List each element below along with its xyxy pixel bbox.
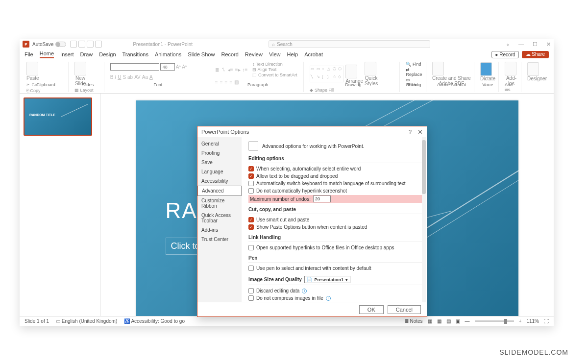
adobe-pdf-icon[interactable] [432, 62, 444, 75]
nav-proofing[interactable]: Proofing [197, 148, 242, 158]
tab-view[interactable]: View [269, 51, 281, 57]
chk-select-word[interactable]: ✓ [248, 166, 254, 171]
language-status[interactable]: ▭ English (United Kingdom) [56, 318, 117, 324]
info-icon[interactable]: i [302, 289, 307, 293]
nav-advanced[interactable]: Advanced [197, 186, 242, 196]
accessibility-status[interactable]: ♿ Accessibility: Good to go [124, 318, 185, 324]
qat-save-icon[interactable] [70, 41, 77, 48]
nav-save[interactable]: Save [197, 158, 242, 167]
tab-home[interactable]: Home [40, 50, 54, 58]
layout-button[interactable]: ▦ Layout [74, 88, 95, 93]
quickstyles-icon[interactable] [365, 62, 376, 75]
scrollbar-thumb[interactable] [422, 140, 426, 194]
zoom-out-button[interactable]: — [465, 318, 470, 324]
slideshow-view-icon[interactable]: ▣ [456, 318, 460, 324]
font-size-select[interactable]: 48 [160, 63, 175, 71]
reading-view-icon[interactable]: ▤ [446, 318, 451, 324]
smartart-button[interactable]: ⬚ Convert to SmartArt [252, 73, 297, 77]
share-button[interactable]: ☁ Share [522, 51, 549, 58]
underline-button[interactable]: U [118, 74, 121, 80]
char-spacing-button[interactable]: AV [134, 74, 141, 80]
tab-slideshow[interactable]: Slide Show [188, 51, 215, 57]
chk-paste-options[interactable]: ✓ [248, 224, 254, 230]
tab-review[interactable]: Review [245, 51, 263, 57]
tab-design[interactable]: Design [99, 51, 116, 57]
align-right-button[interactable]: ≡ [225, 79, 228, 85]
linespacing-button[interactable]: ↕≡ [243, 67, 248, 73]
fit-window-icon[interactable]: ⛶ [544, 318, 549, 324]
help-icon[interactable]: ? [409, 129, 412, 135]
qat-undo-icon[interactable] [78, 41, 85, 48]
bullets-button[interactable]: ≣ [215, 67, 219, 73]
addins-icon[interactable] [505, 62, 516, 75]
tab-animations[interactable]: Animations [155, 51, 181, 57]
qat-start-icon[interactable] [95, 41, 102, 48]
max-undos-spinner[interactable]: 20 [313, 195, 331, 202]
numbering-button[interactable]: ⒈ [221, 66, 226, 73]
minimize-icon[interactable]: — [518, 41, 524, 48]
case-button[interactable]: Aa [142, 74, 148, 80]
search-box[interactable]: ⌕Search [269, 40, 430, 48]
find-button[interactable]: 🔍 Find [406, 62, 423, 67]
chk-discard[interactable] [248, 288, 254, 293]
slide-thumbnail[interactable]: RANDOM TITLE [24, 97, 92, 136]
columns-button[interactable]: ▥ [234, 79, 239, 85]
close-icon[interactable]: ✕ [546, 41, 551, 48]
chk-smart-cut[interactable]: ✓ [248, 217, 254, 222]
nav-language[interactable]: Language [197, 167, 242, 176]
zoom-in-button[interactable]: + [519, 318, 522, 324]
copy-button[interactable]: ⎘ Copy [26, 88, 61, 93]
normal-view-icon[interactable]: ▦ [428, 318, 432, 324]
ok-button[interactable]: OK [359, 305, 384, 314]
info-icon[interactable]: i [326, 296, 331, 301]
ribbon-display-icon[interactable]: ⬨ [506, 41, 510, 48]
justify-button[interactable]: ≡ [229, 79, 232, 85]
nav-accessibility[interactable]: Accessibility [197, 176, 242, 186]
chk-pen[interactable] [248, 266, 254, 271]
align-center-button[interactable]: ≡ [220, 79, 223, 85]
align-text-button[interactable]: ⊟ Align Text [252, 67, 297, 72]
nav-general[interactable]: General [197, 139, 242, 148]
designer-icon[interactable] [527, 62, 539, 76]
shape-fill-button[interactable]: ◆ Shape Fill [310, 88, 343, 93]
sorter-view-icon[interactable]: ▦ [437, 318, 441, 324]
shadow-button[interactable]: ab [127, 74, 133, 80]
zoom-slider[interactable] [475, 320, 514, 322]
replace-button[interactable]: ⇄ Replace [406, 67, 423, 77]
nav-addins[interactable]: Add-ins [197, 225, 242, 235]
tab-insert[interactable]: Insert [60, 51, 74, 57]
chk-nocompress[interactable] [248, 295, 254, 301]
tab-acrobat[interactable]: Acrobat [304, 51, 323, 57]
arrange-icon[interactable] [345, 65, 357, 78]
nav-qat[interactable]: Quick Access Toolbar [197, 211, 242, 225]
autosave-toggle[interactable] [55, 42, 66, 47]
font-family-select[interactable] [110, 63, 159, 71]
tab-record[interactable]: Record [221, 51, 238, 57]
text-direction-button[interactable]: ↕ Text Direction [252, 62, 297, 67]
notes-button[interactable]: ≣ Notes [405, 318, 423, 324]
indent-dec-button[interactable]: ◂≡ [228, 67, 233, 73]
indent-inc-button[interactable]: ≡▸ [235, 67, 241, 73]
chk-open-hyperlinks[interactable] [248, 245, 254, 250]
record-button[interactable]: ● Record [491, 51, 518, 58]
qat-redo-icon[interactable] [87, 41, 94, 48]
zoom-level[interactable]: 111% [526, 318, 539, 324]
cancel-button[interactable]: Cancel [388, 305, 421, 314]
dialog-close-icon[interactable]: ✕ [417, 128, 423, 136]
font-color-button[interactable]: A [149, 74, 153, 80]
image-target-select[interactable]: 📄 Presentation1 ▾ [304, 276, 350, 283]
chk-hyperlink[interactable] [248, 188, 254, 194]
paste-icon[interactable] [26, 62, 38, 75]
strike-button[interactable]: S [122, 74, 126, 80]
chk-drag-drop[interactable]: ✓ [248, 173, 254, 179]
nav-customize-ribbon[interactable]: Customize Ribbon [197, 196, 242, 211]
chk-keyboard[interactable] [248, 181, 254, 186]
align-left-button[interactable]: ≡ [215, 79, 218, 85]
tab-draw[interactable]: Draw [80, 51, 93, 57]
bold-button[interactable]: B [110, 74, 114, 80]
tab-help[interactable]: Help [287, 51, 298, 57]
nav-trust-center[interactable]: Trust Center [197, 235, 242, 244]
maximize-icon[interactable]: ☐ [533, 41, 538, 48]
new-slide-icon[interactable] [74, 62, 86, 75]
shapes-gallery[interactable]: ▭▭○△⬠⬡ ╲↘{}☆◇ [310, 66, 344, 82]
